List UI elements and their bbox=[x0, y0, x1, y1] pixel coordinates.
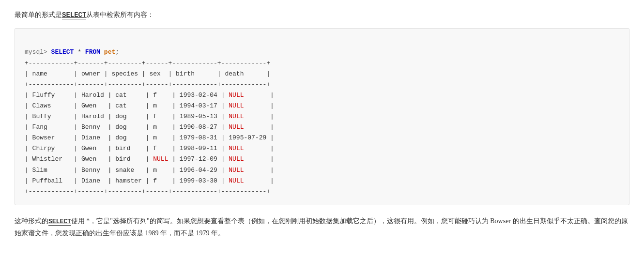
table-name: pet bbox=[104, 48, 115, 56]
table-row: | Slim | Benny | snake | m | 1996-04-29 … bbox=[25, 167, 274, 174]
footer-text-part2: 使用 *，它是"选择所有列"的简写。如果您想要查看整个表（例如，在您刚刚用初始数… bbox=[15, 217, 628, 237]
intro-text-after: 从表中检索所有内容： bbox=[86, 11, 154, 18]
footer-paragraph: 这种形式的SELECT使用 *，它是"选择所有列"的简写。如果您想要查看整个表（… bbox=[15, 215, 629, 240]
select-keyword-intro: SELECT bbox=[62, 11, 86, 19]
table-row: | Fang | Benny | dog | m | 1990-08-27 | … bbox=[25, 123, 274, 131]
table-row: | Fluffy | Harold | cat | f | 1993-02-04… bbox=[25, 91, 274, 99]
table-row: | Chirpy | Gwen | bird | f | 1998-09-11 … bbox=[25, 145, 274, 152]
select-keyword-footer: SELECT bbox=[48, 218, 71, 226]
footer-text-part1: 这种形式的 bbox=[15, 217, 48, 225]
border-mid: +------------+-------+---------+------+-… bbox=[25, 81, 270, 88]
table-row: | Buffy | Harold | dog | f | 1989-05-13 … bbox=[25, 113, 274, 120]
border-top: +------------+-------+---------+------+-… bbox=[25, 60, 270, 67]
star-from: * bbox=[74, 48, 85, 56]
intro-paragraph: 最简单的形式是SELECT从表中检索所有内容： bbox=[15, 10, 629, 20]
from-keyword: FROM bbox=[85, 48, 100, 56]
border-bot: +------------+-------+---------+------+-… bbox=[25, 188, 270, 195]
table-header: | name | owner | species | sex | birth |… bbox=[25, 70, 270, 77]
mysql-prompt: mysql> bbox=[25, 48, 47, 56]
sql-code-block: mysql> SELECT * FROM pet; +------------+… bbox=[15, 28, 629, 205]
table-row: | Whistler | Gwen | bird | NULL | 1997-1… bbox=[25, 155, 274, 163]
semicolon: ; bbox=[115, 48, 119, 56]
intro-text-before: 最简单的形式是 bbox=[15, 11, 62, 18]
select-keyword: SELECT bbox=[47, 48, 74, 56]
table-row: | Puffball | Diane | hamster | f | 1999-… bbox=[25, 177, 274, 184]
table-row: | Claws | Gwen | cat | m | 1994-03-17 | … bbox=[25, 102, 274, 109]
table-row: | Bowser | Diane | dog | m | 1979-08-31 … bbox=[25, 134, 274, 141]
